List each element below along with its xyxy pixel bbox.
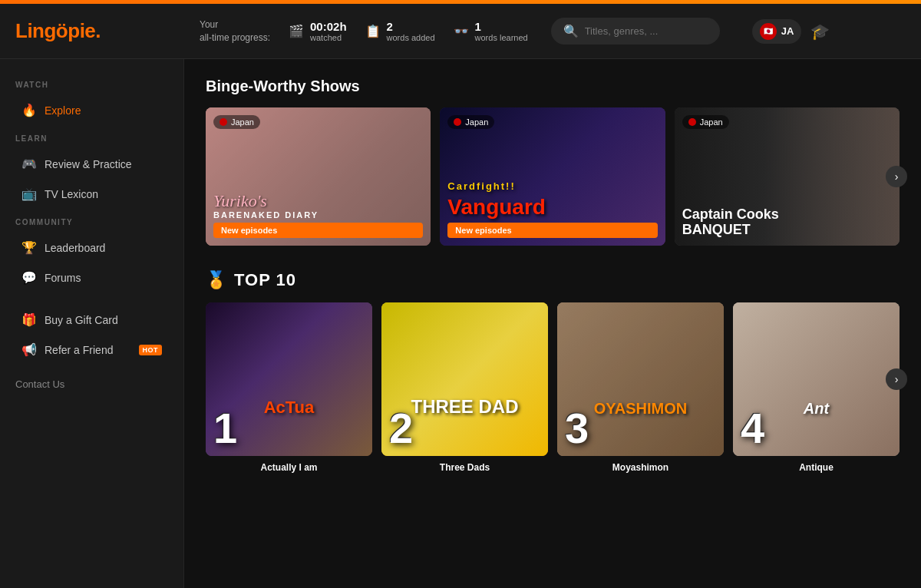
binge-carousel-next[interactable]: › — [886, 166, 907, 187]
user-avatar-button[interactable]: 🇯🇵 JA — [752, 19, 802, 44]
top10-item-actually: AcTua 1 Actually I am — [206, 302, 372, 473]
binge-card-captain[interactable]: Japan Captain Cooks BANQUET — [675, 107, 900, 246]
trophy-icon: 🏅 — [206, 270, 226, 290]
explore-icon: 🔥 — [21, 103, 37, 117]
card-overlay-yuriko: Yuriko's BARENAKED DIARY New episodes — [206, 107, 431, 246]
watched-sub: watched — [310, 33, 347, 42]
sidebar-item-tv-lexicon[interactable]: 📺 TV Lexicon — [6, 179, 177, 209]
watched-value: 00:02h — [310, 20, 347, 33]
show-name-threedads: Three Dads — [381, 462, 548, 473]
sidebar-item-refer[interactable]: 📢 Refer a Friend HOT — [6, 335, 177, 365]
logo-text: Lingöpie — [15, 19, 95, 42]
refer-icon: 📢 — [21, 342, 37, 357]
binge-card-vanguard[interactable]: Japan Cardfight!! Vanguard New episodes — [440, 107, 665, 246]
sidebar-item-forums-label: Forums — [45, 272, 81, 284]
search-input[interactable] — [585, 25, 700, 37]
words-added-value: 2 — [387, 20, 435, 33]
search-icon: 🔍 — [563, 24, 579, 38]
words-added-sub: words added — [387, 33, 435, 42]
top10-card-moyashimon[interactable]: OYASHIMON 3 — [557, 302, 724, 456]
search-bar[interactable]: 🔍 — [551, 18, 720, 45]
progress-section: Yourall-time progress: 🎬 00:02h watched … — [200, 18, 528, 45]
sidebar-item-gift-card-label: Buy a Gift Card — [45, 314, 118, 326]
sidebar-item-review[interactable]: 🎮 Review & Practice — [6, 149, 177, 179]
sidebar-item-explore[interactable]: 🔥 Explore — [6, 95, 177, 125]
show-subtitle-yuriko: BARENAKED DIARY — [213, 210, 423, 220]
header-center: Yourall-time progress: 🎬 00:02h watched … — [200, 18, 906, 45]
top10-card-antique[interactable]: Ant 4 — [733, 302, 900, 456]
graduation-hat-icon[interactable]: 🎓 — [810, 22, 830, 41]
new-episodes-badge-yuriko: New episodes — [213, 223, 423, 238]
review-icon: 🎮 — [21, 157, 37, 171]
sidebar-item-forums[interactable]: 💬 Forums — [6, 263, 177, 292]
logo[interactable]: Lingöpie. — [15, 19, 200, 43]
show-name-moyashimon: Moyashimon — [557, 462, 724, 473]
show-title-yuriko: Yuriko's — [213, 192, 423, 210]
sidebar-item-refer-label: Refer a Friend — [45, 344, 113, 356]
show-name-actually: Actually I am — [206, 462, 372, 473]
binge-row: Japan Yuriko's BARENAKED DIARY New episo… — [206, 107, 900, 246]
sidebar-item-tv-lexicon-label: TV Lexicon — [45, 188, 98, 200]
card-overlay-vanguard: Cardfight!! Vanguard New episodes — [440, 107, 665, 246]
show-name-antique: Antique — [733, 462, 900, 473]
top10-title: TOP 10 — [234, 270, 296, 290]
words-learned-sub: words learned — [475, 33, 528, 42]
rank-1: 1 — [213, 407, 237, 450]
rank-4: 4 — [741, 407, 764, 450]
user-flag: 🇯🇵 — [760, 23, 777, 40]
top10-item-threedads: THREE DAD 2 Three Dads — [381, 302, 548, 473]
binge-section-title: Binge-Worthy Shows — [206, 78, 900, 95]
top10-row: AcTua 1 Actually I am THREE DAD 2 Three … — [206, 302, 900, 473]
forums-icon: 💬 — [21, 270, 37, 285]
tv-lexicon-icon: 📺 — [21, 187, 37, 201]
sidebar-item-leaderboard[interactable]: 🏆 Leaderboard — [6, 233, 177, 263]
header-actions: 🇯🇵 JA 🎓 — [752, 19, 830, 44]
top10-carousel-next[interactable]: › — [886, 368, 907, 390]
rank-2: 2 — [389, 407, 413, 450]
extra-links: 🎁 Buy a Gift Card 📢 Refer a Friend HOT — [0, 305, 183, 365]
words-learned-icon: 👓 — [454, 24, 469, 38]
top10-card-actually[interactable]: AcTua 1 — [206, 302, 372, 456]
main-layout: WATCH 🔥 Explore LEARN 🎮 Review & Practic… — [0, 59, 921, 588]
stat-watched: 🎬 00:02h watched — [289, 20, 347, 42]
binge-card-yuriko[interactable]: Japan Yuriko's BARENAKED DIARY New episo… — [206, 107, 431, 246]
progress-label: Yourall-time progress: — [200, 18, 270, 45]
new-episodes-badge-vanguard: New episodes — [447, 223, 657, 238]
sidebar-item-explore-label: Explore — [45, 104, 81, 117]
sidebar-contact[interactable]: Contact Us — [0, 371, 183, 398]
top10-item-moyashimon: OYASHIMON 3 Moyashimon — [557, 302, 724, 473]
sidebar-item-leaderboard-label: Leaderboard — [45, 242, 105, 254]
user-initials: JA — [781, 25, 794, 37]
show-title-captain: Captain Cooks BANQUET — [682, 207, 892, 238]
watch-icon: 🎬 — [289, 24, 304, 38]
stat-words-learned: 👓 1 words learned — [454, 20, 528, 42]
sidebar-item-review-label: Review & Practice — [45, 158, 132, 170]
sidebar: WATCH 🔥 Explore LEARN 🎮 Review & Practic… — [0, 59, 184, 588]
show-title-vanguard: Cardfight!! Vanguard — [447, 170, 657, 220]
card-overlay-captain: Captain Cooks BANQUET — [675, 107, 900, 246]
hot-badge: HOT — [139, 345, 163, 355]
header: Lingöpie. Yourall-time progress: 🎬 00:02… — [0, 4, 921, 59]
words-learned-value: 1 — [475, 20, 528, 33]
community-section-label: COMMUNITY — [0, 218, 183, 233]
leaderboard-icon: 🏆 — [21, 240, 37, 255]
sidebar-item-gift-card[interactable]: 🎁 Buy a Gift Card — [6, 305, 177, 335]
stat-words-added: 📋 2 words added — [365, 20, 435, 42]
words-added-icon: 📋 — [365, 24, 381, 38]
gift-card-icon: 🎁 — [21, 312, 37, 327]
top10-card-threedads[interactable]: THREE DAD 2 — [381, 302, 548, 456]
learn-section-label: LEARN — [0, 134, 183, 149]
watch-section-label: WATCH — [0, 81, 183, 95]
top10-item-antique: Ant 4 Antique — [733, 302, 900, 473]
top10-header: 🏅 TOP 10 — [206, 270, 900, 290]
main-content: Binge-Worthy Shows Japan Yuriko's BARENA… — [184, 59, 921, 588]
rank-3: 3 — [565, 407, 589, 450]
